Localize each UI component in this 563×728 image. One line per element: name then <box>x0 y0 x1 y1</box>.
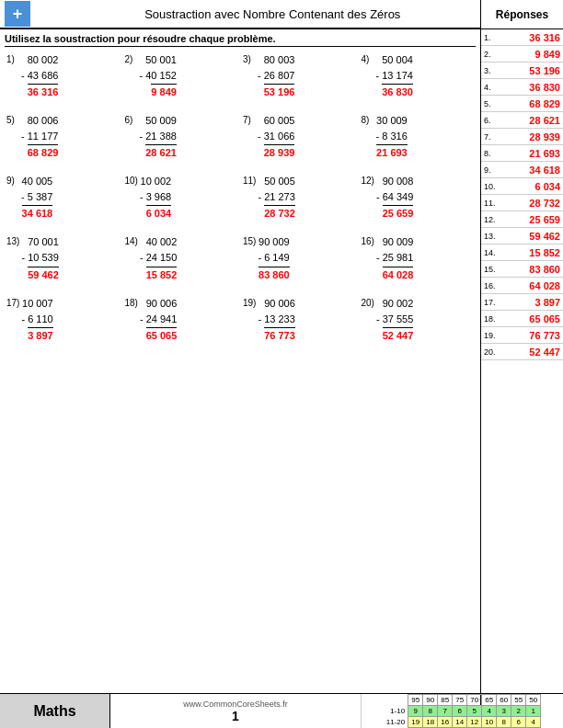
problem-cell: 15)90 009- 6 14983 860 <box>241 233 358 284</box>
response-val: 6 034 <box>497 181 560 192</box>
problem-number: 20) <box>362 298 374 308</box>
problem-subtrahend: - 13 174 <box>376 68 413 84</box>
response-val: 59 462 <box>497 231 560 242</box>
problem-top: 90 009 <box>259 234 290 250</box>
problem-top: 10 007 <box>22 296 53 312</box>
response-item: 1.36 316 <box>481 29 563 46</box>
response-item: 2.9 849 <box>481 46 563 63</box>
problem-cell: 4)50 004- 13 17436 830 <box>360 51 477 102</box>
problem-subtrahend: - 40 152 <box>140 68 177 84</box>
problem-top: 70 001 <box>28 234 59 250</box>
response-val: 28 732 <box>497 198 560 209</box>
problem-cell: 6)50 009- 21 38828 621 <box>123 111 240 163</box>
problem-top: 90 006 <box>264 296 295 312</box>
problem-number: 18) <box>125 298 138 308</box>
response-item: 19.76 773 <box>481 327 563 344</box>
problem-number: 11) <box>243 176 256 186</box>
problem-cell: 1)80 002- 43 68636 316 <box>5 51 121 102</box>
problem-subtrahend: - 64 349 <box>376 189 413 205</box>
problem-result: 28 621 <box>145 144 177 161</box>
problem-table: 80 003- 26 80753 196 <box>258 52 294 100</box>
response-val: 36 316 <box>497 32 560 43</box>
problem-subtrahend: - 31 066 <box>258 129 294 144</box>
problem-top: 40 002 <box>146 234 178 250</box>
problem-top: 50 004 <box>382 52 413 68</box>
response-val: 15 852 <box>497 247 560 258</box>
problem-subtrahend: - 11 177 <box>21 129 58 144</box>
problem-table: 40 002- 24 15015 852 <box>140 234 177 282</box>
problem-cell: 9)40 005- 5 38734 618 <box>5 172 121 223</box>
response-val: 21 693 <box>497 148 560 159</box>
response-item: 9.34 618 <box>481 162 563 178</box>
problem-number: 13) <box>6 236 19 246</box>
problem-row-group: 13)70 001- 10 53959 46214)40 002- 24 150… <box>5 233 476 284</box>
problem-subtrahend: - 37 555 <box>376 312 413 327</box>
problem-top: 90 008 <box>383 174 414 189</box>
problem-cell: 7)60 005- 31 06628 939 <box>241 111 358 163</box>
logo: + <box>5 1 30 27</box>
problem-cell: 19)90 006- 13 23376 773 <box>241 294 358 346</box>
problem-table: 40 005- 5 38734 618 <box>21 174 52 222</box>
problem-number: 10) <box>125 176 138 186</box>
response-num: 1. <box>484 33 497 42</box>
problem-result: 76 773 <box>264 327 295 344</box>
problem-cell: 13)70 001- 10 53959 462 <box>5 233 121 284</box>
problem-result: 15 852 <box>146 267 178 283</box>
response-num: 7. <box>484 132 497 142</box>
problem-number: 2) <box>125 54 138 64</box>
problem-subtrahend: - 10 539 <box>21 250 58 266</box>
response-item: 14.15 852 <box>481 245 563 261</box>
problem-result: 68 829 <box>28 144 59 161</box>
problem-cell: 14)40 002- 24 15015 852 <box>123 233 240 284</box>
problem-table: 60 005- 31 06628 939 <box>258 113 294 161</box>
problem-table: 90 006- 13 23376 773 <box>258 296 294 344</box>
problem-result: 28 732 <box>264 205 295 222</box>
logo-plus-icon: + <box>13 6 23 22</box>
response-item: 7.28 939 <box>481 129 563 145</box>
response-num: 16. <box>484 281 497 290</box>
header: + Soustraction avec Nombre Contenant des… <box>0 0 563 29</box>
response-val: 3 897 <box>497 297 560 308</box>
problem-subtrahend: - 24 941 <box>140 312 177 327</box>
response-val: 9 849 <box>497 49 560 60</box>
problem-number: 7) <box>243 115 256 125</box>
response-num: 20. <box>484 347 497 357</box>
problem-subtrahend: - 21 273 <box>258 189 294 205</box>
response-num: 5. <box>484 99 497 108</box>
problem-top: 80 002 <box>28 52 59 68</box>
response-val: 68 829 <box>497 98 560 109</box>
response-val: 52 447 <box>497 347 560 358</box>
problem-number: 4) <box>362 54 374 64</box>
problem-cell: 12)90 008- 64 34925 659 <box>360 172 477 223</box>
problem-subtrahend: - 24 150 <box>140 250 177 266</box>
problem-top: 90 009 <box>383 234 414 250</box>
problems-container: 1)80 002- 43 68636 3162)50 001- 40 1529 … <box>5 51 476 346</box>
response-num: 6. <box>484 116 497 125</box>
footer-center: www.CommonCoreSheets.fr 1 <box>110 694 361 728</box>
problem-top: 10 002 <box>141 174 172 189</box>
response-num: 9. <box>484 165 497 175</box>
problem-number: 12) <box>362 176 374 186</box>
problem-top: 40 005 <box>22 174 53 189</box>
problem-cell: 5)80 006- 11 17768 829 <box>5 111 121 163</box>
response-num: 19. <box>484 331 497 340</box>
problem-result: 25 659 <box>383 205 414 222</box>
response-num: 13. <box>484 232 497 241</box>
response-item: 10.6 034 <box>481 178 563 195</box>
instruction: Utilisez la soustraction pour résoudre c… <box>5 33 476 47</box>
problem-row-group: 5)80 006- 11 17768 8296)50 009- 21 38828… <box>5 111 476 163</box>
page-title: Soustraction avec Nombre Contenant des Z… <box>38 7 508 21</box>
problem-cell: 2)50 001- 40 1529 849 <box>123 51 240 102</box>
problem-top: 60 005 <box>264 113 295 129</box>
response-num: 17. <box>484 298 497 307</box>
problem-top: 50 001 <box>145 52 177 68</box>
problem-result: 53 196 <box>264 84 295 100</box>
problem-result: 9 849 <box>151 84 177 100</box>
response-val: 28 939 <box>497 131 560 142</box>
problem-subtrahend: - 6 149 <box>258 250 289 266</box>
response-num: 11. <box>484 199 497 208</box>
problem-cell: 3)80 003- 26 80753 196 <box>241 51 358 102</box>
problem-cell: 18)90 006- 24 94165 065 <box>123 294 240 346</box>
problem-table: 30 009- 8 31621 693 <box>376 113 408 161</box>
problem-top: 50 005 <box>264 174 295 189</box>
